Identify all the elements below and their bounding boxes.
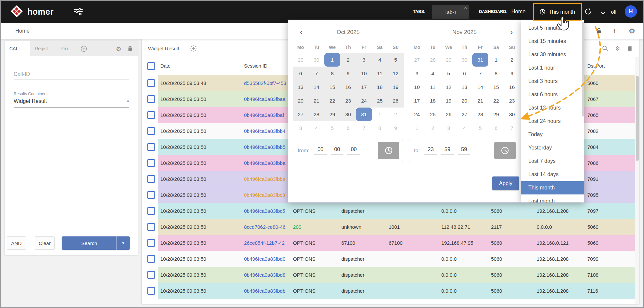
row-checkbox[interactable]: [147, 79, 155, 87]
time-range-option[interactable]: Last 6 hours: [521, 88, 584, 101]
calendar-day[interactable]: 28: [425, 53, 441, 67]
cell-session-id[interactable]: 0b496fca0a83fbd0: [241, 251, 290, 267]
calendar-day[interactable]: 8: [324, 67, 340, 80]
cell-session-id[interactable]: 0b496fca0a83fbbe: [241, 171, 290, 187]
cell-session-id[interactable]: 0b496fca0a83fbc3: [241, 187, 290, 203]
add-widget-icon[interactable]: +: [612, 26, 617, 36]
calendar-day[interactable]: 14: [309, 80, 325, 94]
calendar-day[interactable]: 11: [372, 67, 388, 80]
from-clock-button[interactable]: [378, 142, 399, 159]
time-range-option[interactable]: Last month: [521, 194, 584, 202]
calendar-day[interactable]: 21: [472, 94, 488, 108]
table-scrollbar[interactable]: [635, 57, 639, 304]
table-row[interactable]: 10/28/2025 09:03:50 0b496fca0a83fbdb OPT…: [142, 283, 635, 299]
calendar-day[interactable]: 19: [388, 80, 404, 94]
filter-tune-icon[interactable]: [74, 8, 83, 17]
calendar-day[interactable]: 28: [309, 108, 325, 121]
row-checkbox[interactable]: [147, 271, 155, 279]
column-header[interactable]: Session ID: [241, 57, 290, 75]
calendar-day[interactable]: 12: [441, 80, 457, 94]
chevron-down-icon[interactable]: [600, 10, 605, 16]
calendar-day[interactable]: 19: [441, 94, 457, 108]
calendar-day[interactable]: 1: [488, 53, 504, 67]
calendar-day[interactable]: 7: [472, 67, 488, 80]
close-icon[interactable]: ×: [464, 5, 467, 10]
time-range-option[interactable]: This month: [521, 181, 584, 194]
calendar-day[interactable]: 6: [293, 67, 309, 80]
calendar-day[interactable]: 23: [504, 94, 520, 108]
calendar-day[interactable]: 15: [324, 80, 340, 94]
row-checkbox[interactable]: [147, 127, 155, 135]
column-header[interactable]: Dst Port: [585, 57, 635, 75]
calendar-day[interactable]: 4: [425, 67, 441, 80]
calendar-day[interactable]: 11: [425, 80, 441, 94]
cell-session-id[interactable]: 0b496fca0a83fbb5: [241, 139, 290, 155]
time-range-option[interactable]: Yesterday: [521, 141, 584, 154]
calendar-day[interactable]: 24: [356, 94, 372, 108]
cell-session-id[interactable]: 0b496fca0a83fbd8: [241, 267, 290, 283]
row-checkbox[interactable]: [147, 255, 155, 263]
delete-search-form-trash-icon[interactable]: [128, 46, 133, 52]
calendar-day[interactable]: 10: [356, 67, 372, 80]
calendar-day[interactable]: 3: [441, 121, 457, 135]
calendar-day[interactable]: 16: [340, 80, 356, 94]
calendar-day[interactable]: 9: [504, 67, 520, 80]
calendar-day[interactable]: 5: [388, 53, 404, 67]
calendar-day[interactable]: 26: [388, 94, 404, 108]
calendar-day[interactable]: 17: [409, 94, 425, 108]
calendar-day[interactable]: 2: [504, 53, 520, 67]
calendar-day[interactable]: 18: [372, 80, 388, 94]
calendar-day[interactable]: 28: [472, 108, 488, 121]
add-result-icon[interactable]: [190, 45, 197, 52]
and-operator-button[interactable]: AND: [7, 236, 26, 250]
cell-session-id[interactable]: d535582f-0bf7-453: [241, 75, 290, 91]
table-row[interactable]: 10/28/2025 09:03:50 0b496fca0a83fbd8 OPT…: [142, 267, 635, 283]
cell-session-id[interactable]: 8ccd7062-ce80-46: [241, 219, 290, 235]
select-all-checkbox[interactable]: [147, 62, 155, 70]
calendar-day[interactable]: 1: [409, 121, 425, 135]
clear-button[interactable]: Clear: [35, 236, 55, 250]
time-range-option[interactable]: Last 14 days: [521, 168, 584, 181]
row-checkbox[interactable]: [147, 191, 155, 199]
calendar-day[interactable]: 31: [472, 53, 488, 67]
calendar-day[interactable]: 6: [488, 121, 504, 135]
row-checkbox[interactable]: [147, 111, 155, 119]
calendar-day[interactable]: 30: [457, 53, 473, 67]
calendar-day[interactable]: 25: [425, 108, 441, 121]
calendar-day[interactable]: 2: [388, 108, 404, 121]
calendar-day[interactable]: 27: [457, 108, 473, 121]
row-checkbox[interactable]: [147, 159, 155, 167]
calendar-day[interactable]: 20: [293, 94, 309, 108]
calendar-day[interactable]: 21: [309, 94, 325, 108]
calendar-day[interactable]: 4: [309, 121, 325, 135]
time-range-option[interactable]: Today: [521, 128, 584, 141]
time-range-option[interactable]: Last 30 minutes: [521, 48, 584, 61]
to-clock-button[interactable]: [494, 142, 516, 159]
calendar-day[interactable]: 9: [340, 67, 356, 80]
cell-session-id[interactable]: 0b496fca0a83fbaf: [241, 107, 290, 123]
search-form-tab-protocol[interactable]: Pro...: [56, 41, 76, 56]
refresh-icon[interactable]: [584, 7, 592, 17]
calendar-day[interactable]: 8: [488, 67, 504, 80]
time-range-option[interactable]: Last 5 minutes: [521, 21, 584, 35]
calendar-day[interactable]: 30: [340, 108, 356, 121]
calendar-day[interactable]: 18: [425, 94, 441, 108]
to-time-input[interactable]: 23: [424, 147, 437, 154]
time-range-option[interactable]: Last 12 hours: [521, 101, 584, 115]
search-form-tab-registration[interactable]: Regist...: [30, 41, 56, 56]
calendar-day[interactable]: 14: [472, 80, 488, 94]
apply-button[interactable]: Apply: [492, 176, 519, 190]
calendar-day[interactable]: 27: [293, 108, 309, 121]
next-month-chevron[interactable]: ›: [506, 26, 517, 38]
row-checkbox[interactable]: [147, 239, 155, 247]
calendar-day[interactable]: 16: [504, 80, 520, 94]
homer-logo-icon[interactable]: [10, 5, 23, 18]
add-search-tab-icon[interactable]: [81, 46, 87, 52]
to-time-input[interactable]: 59: [441, 147, 454, 154]
results-container-select[interactable]: Widget Result ▾: [14, 98, 129, 108]
calendar-day[interactable]: 3: [293, 121, 309, 135]
calendar-day[interactable]: 29: [293, 53, 309, 67]
calendar-day[interactable]: 5: [441, 67, 457, 80]
user-avatar[interactable]: H: [625, 5, 637, 18]
calendar-day[interactable]: 1: [372, 108, 388, 121]
